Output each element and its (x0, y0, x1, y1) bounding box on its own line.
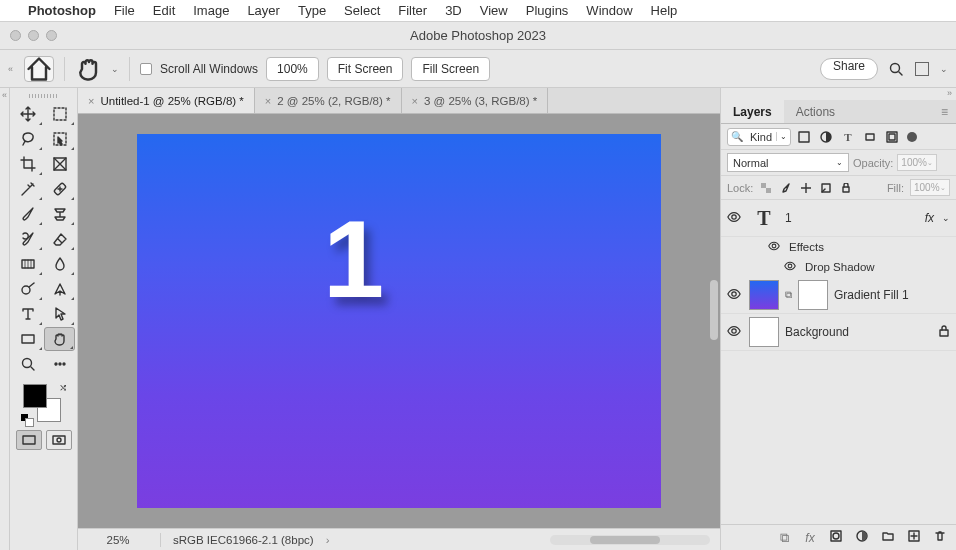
layer-row[interactable]: ⧉ Gradient Fill 1 (721, 277, 956, 314)
clone-stamp-tool[interactable] (44, 202, 75, 226)
menu-edit[interactable]: Edit (153, 3, 175, 18)
fx-badge[interactable]: fx (925, 211, 934, 225)
minimize-window-button[interactable] (28, 30, 39, 41)
expand-panels-left[interactable]: « (0, 88, 10, 550)
hand-tool[interactable] (44, 327, 75, 351)
default-colors-icon[interactable] (21, 414, 33, 426)
object-select-tool[interactable] (44, 127, 75, 151)
layer-row[interactable]: Background (721, 314, 956, 351)
pen-tool[interactable] (44, 277, 75, 301)
canvas[interactable]: 1 (137, 134, 661, 508)
quickmask-mode-button[interactable] (46, 430, 72, 450)
menu-3d[interactable]: 3D (445, 3, 462, 18)
group-icon[interactable] (880, 530, 896, 545)
visibility-toggle[interactable] (725, 210, 743, 227)
link-mask-icon[interactable]: ⧉ (785, 289, 792, 301)
foreground-color-swatch[interactable] (23, 384, 47, 408)
adjustment-icon[interactable] (854, 530, 870, 545)
fill-screen-button[interactable]: Fill Screen (411, 57, 490, 81)
mask-thumb[interactable] (798, 280, 828, 310)
filter-toggle[interactable] (907, 132, 917, 142)
search-icon[interactable] (888, 61, 904, 77)
eraser-tool[interactable] (44, 227, 75, 251)
close-tab-icon[interactable]: × (88, 95, 94, 107)
screen-mode-icon[interactable] (914, 61, 930, 77)
filter-pixel-icon[interactable] (795, 128, 813, 146)
type-tool[interactable] (12, 302, 43, 326)
scroll-all-windows-checkbox[interactable] (140, 63, 152, 75)
layer-dropshadow-row[interactable]: Drop Shadow (721, 257, 956, 277)
layer-name[interactable]: Background (785, 325, 849, 339)
swap-colors-icon[interactable]: ⤭ (59, 382, 67, 393)
close-tab-icon[interactable]: × (412, 95, 418, 107)
lock-pixels-icon[interactable] (779, 183, 793, 193)
healing-tool[interactable] (44, 177, 75, 201)
fx-chevron-icon[interactable]: ⌄ (942, 213, 950, 223)
menu-type[interactable]: Type (298, 3, 326, 18)
brush-tool[interactable] (12, 202, 43, 226)
status-profile[interactable]: sRGB IEC61966-2.1 (8bpc) (173, 534, 314, 546)
filter-shape-icon[interactable] (861, 128, 879, 146)
opacity-input[interactable]: 100%⌄ (897, 154, 937, 171)
menu-filter[interactable]: Filter (398, 3, 427, 18)
filter-type-icon[interactable]: T (839, 128, 857, 146)
new-layer-icon[interactable] (906, 530, 922, 545)
menu-select[interactable]: Select (344, 3, 380, 18)
blur-tool[interactable] (44, 252, 75, 276)
visibility-toggle[interactable] (725, 287, 743, 304)
layer-name[interactable]: 1 (785, 211, 792, 225)
document-tab[interactable]: × 3 @ 25% (3, RGB/8) * (402, 88, 549, 113)
layer-name[interactable]: Gradient Fill 1 (834, 288, 909, 302)
fit-screen-button[interactable]: Fit Screen (327, 57, 404, 81)
panel-menu-icon[interactable]: ≡ (933, 105, 956, 119)
share-button[interactable]: Share (820, 58, 878, 80)
hand-tool-icon[interactable] (75, 55, 103, 83)
lock-all-icon[interactable] (839, 183, 853, 193)
crop-tool[interactable] (12, 152, 43, 176)
close-window-button[interactable] (10, 30, 21, 41)
menu-view[interactable]: View (480, 3, 508, 18)
menu-layer[interactable]: Layer (247, 3, 280, 18)
close-tab-icon[interactable]: × (265, 95, 271, 107)
lasso-tool[interactable] (12, 127, 43, 151)
link-layers-icon[interactable]: ⧉ (776, 530, 792, 546)
zoom-tool[interactable] (12, 352, 43, 376)
lock-icon[interactable] (938, 325, 950, 339)
filter-kind-select[interactable]: 🔍 Kind ⌄ (727, 128, 791, 146)
menu-image[interactable]: Image (193, 3, 229, 18)
expand-panels-right[interactable]: » (721, 88, 956, 100)
eyedropper-tool[interactable] (12, 177, 43, 201)
blend-mode-select[interactable]: Normal ⌄ (727, 153, 849, 172)
path-select-tool[interactable] (44, 302, 75, 326)
frame-tool[interactable] (44, 152, 75, 176)
menu-plugins[interactable]: Plugins (526, 3, 569, 18)
layers-tab[interactable]: Layers (721, 100, 784, 123)
menu-window[interactable]: Window (586, 3, 632, 18)
background-layer-thumb[interactable] (749, 317, 779, 347)
status-zoom[interactable]: 25% (88, 534, 148, 546)
maximize-window-button[interactable] (46, 30, 57, 41)
app-name[interactable]: Photoshop (28, 3, 96, 18)
gradient-layer-thumb[interactable] (749, 280, 779, 310)
home-button[interactable] (24, 56, 54, 82)
standard-mode-button[interactable] (16, 430, 42, 450)
mask-icon[interactable] (828, 530, 844, 545)
document-tab[interactable]: × 2 @ 25% (2, RGB/8) * (255, 88, 402, 113)
filter-smart-icon[interactable] (883, 128, 901, 146)
lock-position-icon[interactable] (799, 183, 813, 193)
dodge-tool[interactable] (12, 277, 43, 301)
delete-icon[interactable] (932, 530, 948, 545)
lock-transparency-icon[interactable] (759, 183, 773, 193)
menu-help[interactable]: Help (651, 3, 678, 18)
horizontal-scrollbar[interactable] (550, 535, 710, 545)
edit-toolbar[interactable] (44, 352, 75, 376)
document-tab[interactable]: × Untitled-1 @ 25% (RGB/8) * (78, 88, 255, 113)
lock-artboard-icon[interactable] (819, 183, 833, 193)
filter-adjust-icon[interactable] (817, 128, 835, 146)
gradient-tool[interactable] (12, 252, 43, 276)
marquee-tool[interactable] (44, 102, 75, 126)
fill-input[interactable]: 100%⌄ (910, 179, 950, 196)
status-chevron-icon[interactable]: › (326, 534, 330, 546)
layer-row[interactable]: T 1 fx ⌄ (721, 200, 956, 237)
rectangle-tool[interactable] (12, 327, 43, 351)
